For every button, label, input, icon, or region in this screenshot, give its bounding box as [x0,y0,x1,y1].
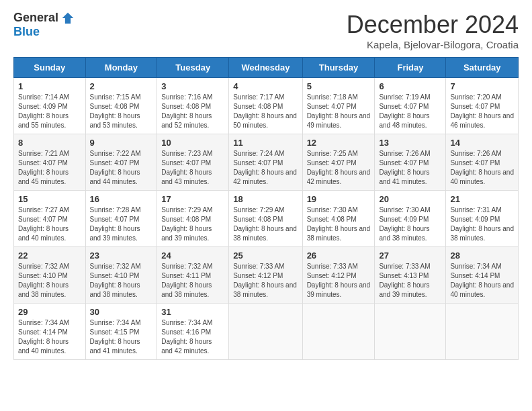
table-row: 21 Sunrise: 7:31 AMSunset: 4:09 PMDaylig… [446,191,519,247]
day-number: 21 [450,194,514,204]
day-number: 14 [450,138,514,148]
calendar-week-row: 15 Sunrise: 7:27 AMSunset: 4:07 PMDaylig… [14,191,519,247]
table-row: 2 Sunrise: 7:15 AMSunset: 4:08 PMDayligh… [85,78,157,134]
day-info: Sunrise: 7:14 AMSunset: 4:09 PMDaylight:… [18,93,69,129]
table-row: 10 Sunrise: 7:23 AMSunset: 4:07 PMDaylig… [157,134,229,191]
day-number: 15 [18,194,81,204]
day-info: Sunrise: 7:33 AMSunset: 4:12 PMDaylight:… [233,263,297,298]
table-row: 22 Sunrise: 7:32 AMSunset: 4:10 PMDaylig… [14,247,86,304]
day-number: 31 [161,307,224,317]
table-row: 24 Sunrise: 7:32 AMSunset: 4:11 PMDaylig… [157,247,229,304]
day-info: Sunrise: 7:20 AMSunset: 4:07 PMDaylight:… [450,93,514,129]
day-number: 27 [379,250,441,261]
day-info: Sunrise: 7:29 AMSunset: 4:08 PMDaylight:… [233,206,297,242]
day-info: Sunrise: 7:26 AMSunset: 4:07 PMDaylight:… [450,150,514,185]
day-info: Sunrise: 7:34 AMSunset: 4:14 PMDaylight:… [18,319,69,355]
table-row: 9 Sunrise: 7:22 AMSunset: 4:07 PMDayligh… [85,134,157,191]
table-row: 14 Sunrise: 7:26 AMSunset: 4:07 PMDaylig… [446,134,519,191]
day-number: 30 [90,307,153,317]
day-info: Sunrise: 7:30 AMSunset: 4:09 PMDaylight:… [379,206,430,242]
logo-blue-text: Blue [13,25,40,39]
day-number: 28 [450,250,514,261]
day-number: 23 [90,250,153,261]
day-number: 18 [233,194,298,204]
day-info: Sunrise: 7:27 AMSunset: 4:07 PMDaylight:… [18,206,69,242]
day-number: 16 [90,194,153,204]
table-row: 28 Sunrise: 7:34 AMSunset: 4:14 PMDaylig… [446,247,519,304]
day-info: Sunrise: 7:18 AMSunset: 4:07 PMDaylight:… [307,93,371,129]
table-row: 20 Sunrise: 7:30 AMSunset: 4:09 PMDaylig… [375,191,446,247]
col-sunday: Sunday [14,58,86,78]
day-info: Sunrise: 7:34 AMSunset: 4:15 PMDaylight:… [90,319,141,355]
day-number: 5 [307,81,371,91]
month-title: December 2024 [347,11,519,39]
col-saturday: Saturday [446,58,519,78]
day-number: 13 [379,138,441,148]
day-number: 24 [161,250,224,261]
title-area: December 2024 Kapela, Bjelovar-Bilogora,… [347,11,519,50]
location-subtitle: Kapela, Bjelovar-Bilogora, Croatia [347,39,519,50]
col-wednesday: Wednesday [229,58,302,78]
calendar-week-row: 22 Sunrise: 7:32 AMSunset: 4:10 PMDaylig… [14,247,519,304]
col-thursday: Thursday [302,58,375,78]
day-info: Sunrise: 7:34 AMSunset: 4:16 PMDaylight:… [161,319,212,355]
table-row: 18 Sunrise: 7:29 AMSunset: 4:08 PMDaylig… [229,191,302,247]
day-number: 3 [161,81,224,91]
day-info: Sunrise: 7:15 AMSunset: 4:08 PMDaylight:… [90,93,141,129]
col-friday: Friday [375,58,446,78]
table-row: 19 Sunrise: 7:30 AMSunset: 4:08 PMDaylig… [302,191,375,247]
table-row: 23 Sunrise: 7:32 AMSunset: 4:10 PMDaylig… [85,247,157,304]
day-number: 10 [161,138,224,148]
day-info: Sunrise: 7:28 AMSunset: 4:07 PMDaylight:… [90,206,141,242]
table-row: 15 Sunrise: 7:27 AMSunset: 4:07 PMDaylig… [14,191,86,247]
table-row: 13 Sunrise: 7:26 AMSunset: 4:07 PMDaylig… [375,134,446,191]
calendar-week-row: 29 Sunrise: 7:34 AMSunset: 4:14 PMDaylig… [14,304,519,360]
table-row: 17 Sunrise: 7:29 AMSunset: 4:08 PMDaylig… [157,191,229,247]
header: General Blue December 2024 Kapela, Bjelo… [13,11,519,50]
day-info: Sunrise: 7:25 AMSunset: 4:07 PMDaylight:… [307,150,371,185]
col-tuesday: Tuesday [157,58,229,78]
day-info: Sunrise: 7:22 AMSunset: 4:07 PMDaylight:… [90,150,141,185]
day-info: Sunrise: 7:24 AMSunset: 4:07 PMDaylight:… [233,150,297,185]
table-row: 5 Sunrise: 7:18 AMSunset: 4:07 PMDayligh… [302,78,375,134]
day-info: Sunrise: 7:32 AMSunset: 4:10 PMDaylight:… [18,263,69,298]
calendar-week-row: 1 Sunrise: 7:14 AMSunset: 4:09 PMDayligh… [14,78,519,134]
day-number: 6 [379,81,441,91]
logo-icon [61,11,75,25]
table-row: 1 Sunrise: 7:14 AMSunset: 4:09 PMDayligh… [14,78,86,134]
day-number: 9 [90,138,153,148]
table-row: 7 Sunrise: 7:20 AMSunset: 4:07 PMDayligh… [446,78,519,134]
day-number: 8 [18,138,81,148]
table-row: 11 Sunrise: 7:24 AMSunset: 4:07 PMDaylig… [229,134,302,191]
table-row: 16 Sunrise: 7:28 AMSunset: 4:07 PMDaylig… [85,191,157,247]
day-info: Sunrise: 7:26 AMSunset: 4:07 PMDaylight:… [379,150,430,185]
table-row [302,304,375,360]
day-info: Sunrise: 7:33 AMSunset: 4:13 PMDaylight:… [379,263,430,298]
day-number: 7 [450,81,514,91]
day-info: Sunrise: 7:21 AMSunset: 4:07 PMDaylight:… [18,150,69,185]
table-row: 26 Sunrise: 7:33 AMSunset: 4:12 PMDaylig… [302,247,375,304]
day-info: Sunrise: 7:17 AMSunset: 4:08 PMDaylight:… [233,93,297,129]
day-info: Sunrise: 7:34 AMSunset: 4:14 PMDaylight:… [450,263,514,298]
table-row: 12 Sunrise: 7:25 AMSunset: 4:07 PMDaylig… [302,134,375,191]
day-info: Sunrise: 7:19 AMSunset: 4:07 PMDaylight:… [379,93,430,129]
table-row: 27 Sunrise: 7:33 AMSunset: 4:13 PMDaylig… [375,247,446,304]
day-number: 2 [90,81,153,91]
day-number: 22 [18,250,81,261]
col-monday: Monday [85,58,157,78]
day-info: Sunrise: 7:33 AMSunset: 4:12 PMDaylight:… [307,263,371,298]
table-row [229,304,302,360]
calendar-header-row: Sunday Monday Tuesday Wednesday Thursday… [14,58,519,78]
table-row: 25 Sunrise: 7:33 AMSunset: 4:12 PMDaylig… [229,247,302,304]
table-row [446,304,519,360]
logo-general-text: General [13,11,58,25]
day-info: Sunrise: 7:16 AMSunset: 4:08 PMDaylight:… [161,93,212,129]
day-number: 19 [307,194,371,204]
table-row: 30 Sunrise: 7:34 AMSunset: 4:15 PMDaylig… [85,304,157,360]
day-info: Sunrise: 7:31 AMSunset: 4:09 PMDaylight:… [450,206,514,242]
day-info: Sunrise: 7:29 AMSunset: 4:08 PMDaylight:… [161,206,212,242]
day-info: Sunrise: 7:23 AMSunset: 4:07 PMDaylight:… [161,150,212,185]
day-info: Sunrise: 7:30 AMSunset: 4:08 PMDaylight:… [307,206,371,242]
day-number: 11 [233,138,298,148]
day-number: 12 [307,138,371,148]
